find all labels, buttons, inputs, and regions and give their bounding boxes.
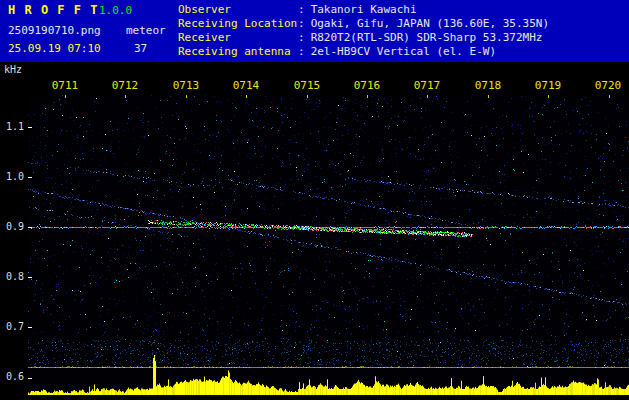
y-tick-label: 0.7 (0, 320, 24, 334)
station-info: Observer : Takanori Kawachi Receiving Lo… (178, 3, 549, 59)
x-tick-label: 0712 (112, 79, 139, 92)
info-row-observer: Observer : Takanori Kawachi (178, 3, 549, 17)
spectrogram-canvas (28, 95, 629, 395)
info-label: Observer (178, 3, 298, 17)
info-label: Receiving antenna (178, 45, 298, 59)
x-tick-label: 0719 (535, 79, 562, 92)
x-tick-label: 0715 (294, 79, 321, 92)
y-tick-label: 0.6 (0, 370, 24, 384)
x-tick-label: 0720 (595, 79, 622, 92)
info-separator: : (298, 31, 305, 45)
x-tick-label: 0711 (52, 79, 79, 92)
mode-label: meteor (126, 24, 166, 37)
x-tick-label: 0716 (354, 79, 381, 92)
y-tick-label: 0.8 (0, 270, 24, 284)
header: H R O F F T 1.0.0 2509190710.png meteor … (0, 0, 629, 62)
info-separator: : (298, 3, 305, 17)
info-label: Receiving Location (178, 17, 298, 31)
x-tick-label: 0717 (414, 79, 441, 92)
x-tick-label: 0713 (173, 79, 200, 92)
echo-count: 37 (134, 42, 147, 55)
info-value: R820T2(RTL-SDR) SDR-Sharp 53.372MHz (311, 31, 543, 45)
info-value: Takanori Kawachi (311, 3, 417, 17)
info-value: Ogaki, Gifu, JAPAN (136.60E, 35.35N) (311, 17, 549, 31)
x-tick-label: 0714 (233, 79, 260, 92)
info-row-antenna: Receiving antenna : 2el-HB9CV Vertical (… (178, 45, 549, 59)
version-label: 1.0.0 (99, 4, 132, 17)
info-value: 2el-HB9CV Vertical (el. E-W) (311, 45, 496, 59)
output-filename: 2509190710.png (8, 24, 101, 37)
hrofft-screen: H R O F F T 1.0.0 2509190710.png meteor … (0, 0, 629, 400)
app-title: H R O F F T (8, 3, 98, 17)
y-tick-label: 0.9 (0, 220, 24, 234)
khz-unit-label: kHz (4, 64, 22, 75)
x-tick-label: 0718 (475, 79, 502, 92)
info-separator: : (298, 45, 305, 59)
datetime-label: 25.09.19 07:10 (8, 42, 101, 55)
info-label: Receiver (178, 31, 298, 45)
info-separator: : (298, 17, 305, 31)
y-tick-label: 1.1 (0, 120, 24, 134)
y-tick-label: 1.0 (0, 170, 24, 184)
info-row-location: Receiving Location : Ogaki, Gifu, JAPAN … (178, 17, 549, 31)
info-row-receiver: Receiver : R820T2(RTL-SDR) SDR-Sharp 53.… (178, 31, 549, 45)
